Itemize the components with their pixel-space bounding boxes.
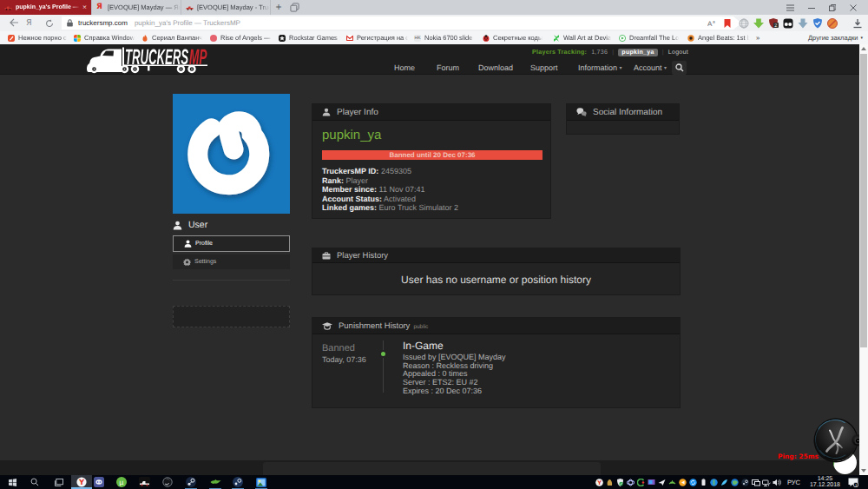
bookmarks-overflow-chevron[interactable]: » — [756, 31, 760, 44]
tab-2[interactable]: Я [EVOQUE] Mayday — Янде — [91, 0, 181, 15]
nav-forum[interactable]: Forum — [437, 63, 459, 72]
tray-globe-icon[interactable] — [730, 475, 740, 489]
tray-network-icon[interactable] — [761, 475, 772, 489]
reload-icon[interactable] — [45, 19, 54, 28]
restore-icon[interactable] — [829, 4, 836, 11]
tray-screen-icon[interactable] — [647, 475, 657, 489]
bookmark-item[interactable]: Rockstar Games S — [279, 31, 340, 44]
bookmark-label: Регистрация на са — [357, 34, 408, 42]
shield-camera-extension-icon[interactable]: 2 — [768, 18, 779, 29]
taskbar-steam[interactable] — [181, 475, 201, 489]
bookmark-item[interactable]: Rise of Angels — в — [210, 31, 273, 44]
player-history-empty-text: User has no username or position history — [312, 274, 680, 286]
tray-diamond-icon[interactable] — [709, 475, 720, 489]
nav-support[interactable]: Support — [530, 63, 558, 72]
action-center-button[interactable]: 1 — [845, 475, 862, 489]
taskbar-search-button[interactable] — [24, 475, 45, 489]
tray-swirl-icon[interactable] — [626, 475, 636, 489]
bookmark-favicon-icon: HK — [414, 35, 421, 42]
globe-extension-icon[interactable] — [739, 18, 749, 29]
nav-download[interactable]: Download — [478, 63, 513, 72]
taskbar-date: 17.12.2018 — [810, 482, 840, 488]
icon-graphic — [94, 477, 104, 487]
language-indicator[interactable]: РУС — [782, 479, 806, 486]
task-view-button[interactable] — [49, 475, 69, 489]
tray-c-icon[interactable] — [636, 475, 647, 489]
tray-display-icon[interactable] — [751, 475, 761, 489]
back-icon[interactable] — [10, 18, 18, 27]
taskbar-game-green[interactable] — [205, 475, 226, 489]
sidebar-item-settings[interactable]: Settings — [173, 254, 290, 269]
tray-feather-icon[interactable] — [720, 475, 730, 489]
other-bookmarks-button[interactable]: Другие закладки ▾ — [808, 31, 863, 44]
nav-account[interactable]: Account ▾ — [634, 63, 667, 72]
icon-graphic: Y — [595, 479, 603, 486]
downloads-icon[interactable] — [852, 18, 863, 29]
search-button[interactable] — [672, 61, 687, 75]
bookmark-flag-icon[interactable] — [724, 19, 731, 28]
down-arrow-extension-icon[interactable] — [798, 18, 808, 29]
bookmark-item[interactable]: Справка Windows — [74, 31, 135, 44]
tray-sync-icon[interactable] — [688, 475, 699, 489]
bookmark-item[interactable]: Нежное порно с — [8, 31, 69, 44]
field-value: Player — [346, 176, 369, 185]
bookmark-item[interactable]: Angel Beats: 1st b — [687, 31, 749, 44]
menu-icon[interactable] — [786, 4, 794, 11]
bookmark-label: Dreamfall The Lon — [629, 34, 679, 42]
vpn-shield-extension-icon[interactable] — [812, 18, 823, 29]
tray-shield-icon[interactable] — [615, 475, 626, 489]
taskbar-steam-2[interactable] — [227, 475, 248, 489]
scroll-up-icon[interactable] — [859, 44, 868, 53]
bookmark-item[interactable]: Регистрация на са — [346, 31, 408, 44]
browser-address-bar: Я truckersmp.com pupkin_ya's Profile — T… — [0, 15, 868, 31]
tray-alien-icon[interactable] — [667, 475, 678, 489]
taskbar-clock[interactable]: 14:25 17.12.2018 — [806, 476, 845, 489]
taskbar-discord[interactable] — [89, 475, 109, 489]
tray-bear-icon[interactable] — [605, 475, 615, 489]
bookmark-item[interactable]: Сериал Ванпанчм — [141, 31, 202, 44]
tray-yandex-icon[interactable]: Y — [595, 475, 605, 489]
taskbar-utorrent[interactable]: µ — [111, 475, 132, 489]
tab-active[interactable]: pupkin_ya's Profile — Tr × — [0, 0, 91, 15]
adblock-extension-icon[interactable] — [827, 18, 838, 29]
tray-plane-icon[interactable] — [657, 475, 667, 489]
username-badge[interactable]: pupkin_ya — [618, 49, 657, 56]
nav-home[interactable]: Home — [394, 63, 415, 72]
new-tab-button[interactable]: + — [273, 1, 285, 13]
bookmark-item[interactable]: Секретные коды — [483, 31, 545, 44]
scrollbar-thumb[interactable] — [860, 54, 867, 347]
taskbar-obs[interactable] — [157, 475, 178, 489]
savefrom-extension-icon[interactable] — [753, 18, 764, 29]
bookmark-item[interactable]: HKNokia 6700 slide h — [414, 31, 474, 44]
player-history-header: Player History — [312, 248, 680, 263]
graduation-cap-icon — [322, 322, 332, 330]
scrollbar[interactable] — [859, 44, 868, 475]
tray-usb-icon[interactable] — [699, 475, 709, 489]
nav-information[interactable]: Information ▾ — [578, 63, 622, 72]
translate-icon[interactable]: A я — [707, 19, 717, 28]
tab-3[interactable]: [EVOQUE] Mayday - Trucke — [181, 0, 271, 15]
taskbar-truckersmp[interactable] — [134, 475, 155, 489]
tab-close-icon[interactable]: × — [82, 3, 87, 11]
tray-volume-icon[interactable] — [772, 475, 782, 489]
punishment-date: Today, 07:36 — [322, 355, 366, 364]
bookmark-item[interactable]: Wall Art at Deviant — [553, 31, 611, 44]
bookmark-item[interactable]: Dreamfall The Lon — [619, 31, 679, 44]
tab-panels-icon[interactable] — [290, 3, 299, 12]
overlay-x-widget[interactable] — [815, 420, 857, 461]
field-label: Rank: — [322, 176, 344, 185]
tray-steam-icon[interactable] — [740, 475, 751, 489]
panda-extension-icon[interactable] — [783, 18, 793, 29]
yandex-button-icon[interactable]: Я — [26, 18, 32, 28]
tray-orange-icon[interactable] — [678, 475, 688, 489]
taskbar-photos[interactable] — [251, 475, 272, 489]
sidebar-item-profile[interactable]: Profile — [173, 235, 290, 252]
scroll-down-icon[interactable] — [859, 466, 868, 475]
start-button[interactable] — [2, 475, 23, 489]
truckersmp-logo[interactable] — [86, 47, 208, 74]
close-window-icon[interactable] — [850, 4, 857, 11]
minimize-icon[interactable] — [808, 4, 815, 11]
url-field[interactable]: truckersmp.com pupkin_ya's Profile — Tru… — [62, 17, 741, 30]
logout-link[interactable]: Logout — [668, 50, 688, 56]
avatar[interactable] — [173, 94, 290, 214]
